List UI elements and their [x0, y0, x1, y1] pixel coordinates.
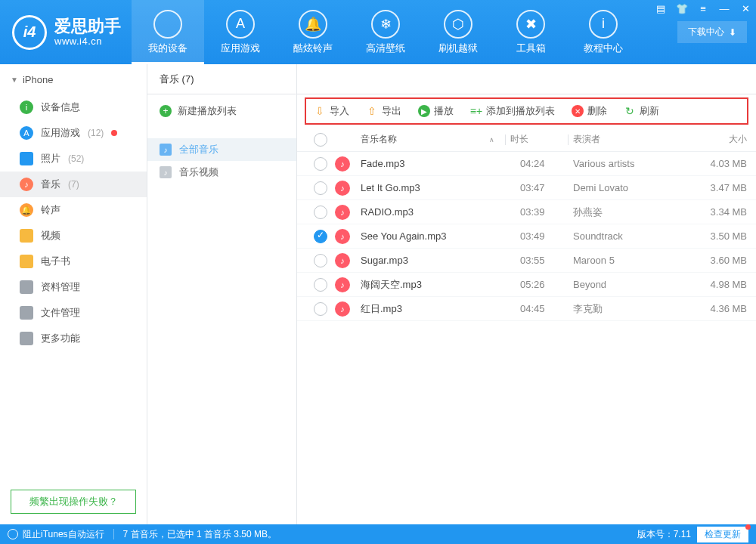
row-checkbox[interactable] [314, 157, 327, 171]
nav-酷炫铃声[interactable]: 🔔酷炫铃声 [277, 0, 349, 64]
song-duration: 04:24 [520, 158, 573, 169]
nav-icon: ❄ [371, 10, 400, 39]
new-playlist-button[interactable]: + 新建播放列表 [147, 94, 296, 128]
check-update-button[interactable]: 检查更新 [697, 527, 748, 542]
music-video-icon: ♪ [160, 166, 172, 178]
download-center-label: 下载中心 [688, 26, 724, 39]
table-row[interactable]: ♪Sugar.mp303:55Maroon 53.60 MB [297, 249, 756, 273]
import-icon: ⇩ [314, 105, 326, 117]
device-selector[interactable]: ▼ iPhone [0, 64, 147, 94]
table-row[interactable]: ♪See You Again.mp303:49Soundtrack3.50 MB [297, 224, 756, 249]
nav-label: 教程中心 [584, 42, 623, 55]
export-button[interactable]: ⇧导出 [366, 104, 401, 118]
import-button[interactable]: ⇩导入 [314, 104, 349, 118]
nav-icon: A [226, 10, 255, 39]
col-size[interactable]: 大小 [686, 133, 747, 146]
sidebar-item-label: 铃声 [41, 203, 60, 217]
itunes-toggle-icon[interactable] [8, 529, 18, 539]
help-link[interactable]: 频繁出现操作失败？ [11, 490, 136, 514]
sidebar-item-photos[interactable]: 照片(52) [0, 146, 147, 172]
song-artist: 李克勤 [573, 302, 686, 316]
row-checkbox[interactable] [314, 206, 327, 219]
table-row[interactable]: ♪红日.mp304:45李克勤4.36 MB [297, 297, 756, 321]
feedback-icon[interactable]: ▤ [650, 0, 671, 17]
sidebar-item-ebooks[interactable]: 电子书 [0, 249, 147, 274]
nav-应用游戏[interactable]: A应用游戏 [204, 0, 277, 64]
selection-status: 7 首音乐，已选中 1 首音乐 3.50 MB。 [123, 528, 277, 541]
sidebar-item-data[interactable]: 资料管理 [0, 274, 147, 300]
nav-icon: ⬡ [444, 10, 472, 39]
song-duration: 05:26 [520, 279, 573, 290]
category-panel: 音乐 (7) + 新建播放列表 ♪ 全部音乐 ♪ 音乐视频 [147, 64, 297, 524]
select-all-checkbox[interactable] [314, 133, 327, 147]
music-tab[interactable]: 音乐 (7) [147, 64, 296, 94]
song-name: See You Again.mp3 [361, 230, 520, 242]
sidebar-item-music[interactable]: ♪音乐(7) [0, 172, 147, 197]
menu-icon[interactable]: ≡ [692, 0, 714, 17]
sidebar-item-label: 音乐 [41, 178, 60, 191]
play-button[interactable]: ▶播放 [418, 104, 454, 118]
add-to-playlist-button[interactable]: ≡+添加到播放列表 [470, 104, 555, 118]
song-artist: Beyond [573, 279, 686, 290]
nav-教程中心[interactable]: i教程中心 [567, 0, 640, 64]
delete-button[interactable]: ✕删除 [572, 104, 607, 118]
sidebar-item-count: (7) [68, 179, 79, 190]
row-checkbox[interactable] [314, 230, 327, 243]
song-artist: Maroon 5 [573, 255, 686, 266]
itunes-toggle-label[interactable]: 阻止iTunes自动运行 [23, 528, 104, 541]
minimize-icon[interactable]: — [714, 0, 735, 17]
close-icon[interactable]: ✕ [735, 0, 756, 17]
play-icon: ▶ [418, 105, 430, 117]
sort-asc-icon[interactable]: ∧ [489, 136, 500, 144]
nav-我的设备[interactable]: 我的设备 [132, 0, 204, 64]
sidebar-item-more[interactable]: 更多功能 [0, 326, 147, 351]
nav-label: 酷炫铃声 [293, 42, 333, 55]
song-name: 红日.mp3 [361, 302, 520, 316]
plus-icon: + [160, 105, 172, 117]
refresh-button[interactable]: ↻刷新 [624, 104, 659, 118]
music-file-icon: ♪ [335, 156, 350, 172]
col-name[interactable]: 音乐名称 [361, 133, 397, 146]
nav-label: 工具箱 [516, 42, 546, 55]
sidebar-item-apps[interactable]: A应用游戏(12) [0, 120, 147, 146]
sidebar-item-label: 更多功能 [41, 332, 80, 345]
row-checkbox[interactable] [314, 302, 327, 316]
music-file-icon: ♪ [335, 301, 350, 317]
category-music-video[interactable]: ♪ 音乐视频 [147, 161, 296, 184]
row-checkbox[interactable] [314, 278, 327, 292]
row-checkbox[interactable] [314, 254, 327, 267]
song-size: 3.50 MB [686, 230, 747, 242]
sidebar-item-videos[interactable]: 视频 [0, 223, 147, 249]
col-artist[interactable]: 表演者 [573, 133, 686, 146]
song-size: 3.47 MB [686, 182, 747, 193]
download-center-button[interactable]: 下载中心 ⬇ [677, 21, 747, 43]
data-icon [20, 280, 33, 294]
device-name: iPhone [23, 74, 53, 85]
ringtones-icon: 🔔 [20, 203, 33, 217]
skin-icon[interactable]: 👕 [671, 0, 692, 17]
sidebar-item-ringtones[interactable]: 🔔铃声 [0, 197, 147, 223]
sidebar-item-device-info[interactable]: i设备信息 [0, 94, 147, 120]
sidebar-item-label: 电子书 [41, 255, 70, 268]
download-icon: ⬇ [729, 27, 736, 38]
nav-label: 应用游戏 [221, 42, 260, 55]
sidebar-item-label: 文件管理 [41, 306, 80, 320]
version-label: 版本号： [637, 528, 674, 541]
table-row[interactable]: ♪RADIO.mp303:39孙燕姿3.34 MB [297, 200, 756, 224]
table-row[interactable]: ♪海阔天空.mp305:26Beyond4.98 MB [297, 273, 756, 297]
app-header: i4 爱思助手 www.i4.cn 我的设备A应用游戏🔔酷炫铃声❄高清壁纸⬡刷机… [0, 0, 756, 64]
logo: i4 爱思助手 www.i4.cn [0, 15, 132, 50]
col-duration[interactable]: 时长 [510, 133, 563, 146]
table-row[interactable]: ♪Let It Go.mp303:47Demi Lovato3.47 MB [297, 176, 756, 200]
category-label: 全部音乐 [179, 143, 218, 156]
row-checkbox[interactable] [314, 181, 327, 195]
table-row[interactable]: ♪Fade.mp304:24Various artists4.03 MB [297, 152, 756, 176]
sidebar-item-files[interactable]: 文件管理 [0, 300, 147, 326]
nav-高清壁纸[interactable]: ❄高清壁纸 [349, 0, 422, 64]
category-all-music[interactable]: ♪ 全部音乐 [147, 138, 296, 161]
nav-刷机越狱[interactable]: ⬡刷机越狱 [422, 0, 494, 64]
main-nav: 我的设备A应用游戏🔔酷炫铃声❄高清壁纸⬡刷机越狱✖工具箱i教程中心 [132, 0, 640, 64]
ebooks-icon [20, 255, 33, 268]
nav-工具箱[interactable]: ✖工具箱 [494, 0, 567, 64]
music-file-icon: ♪ [335, 205, 350, 220]
